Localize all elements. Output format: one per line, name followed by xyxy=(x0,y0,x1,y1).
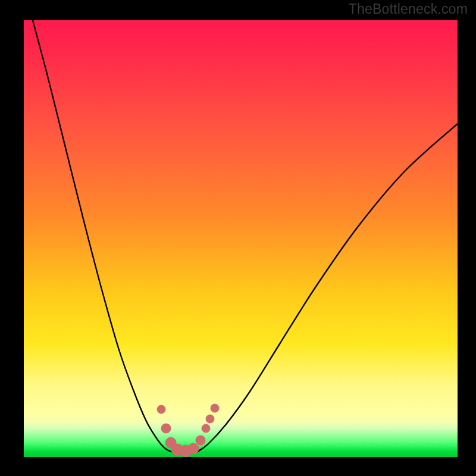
highlight-marker xyxy=(206,415,214,423)
highlight-marker xyxy=(196,436,205,445)
highlight-marker xyxy=(202,424,210,433)
watermark-text: TheBottleneck.com xyxy=(349,1,468,17)
highlight-marker xyxy=(188,443,199,454)
chart-svg xyxy=(24,20,458,457)
bottleneck-curve xyxy=(33,20,458,453)
highlight-marker xyxy=(157,405,165,414)
highlight-marker xyxy=(211,404,219,412)
highlight-marker xyxy=(161,424,171,433)
chart-frame: TheBottleneck.com xyxy=(0,0,476,476)
plot-area xyxy=(24,20,458,457)
